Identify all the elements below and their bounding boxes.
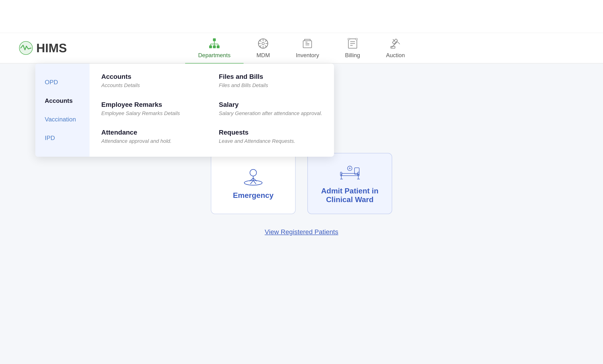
inventory-icon bbox=[301, 37, 313, 50]
admit-patient-card[interactable]: Admit Patient in Clinical Ward bbox=[307, 153, 392, 214]
dropdown-item-requests-desc: Leave and Attendance Requests. bbox=[219, 138, 322, 145]
main-content: OPD Accounts Vaccination IPD Accounts Ac… bbox=[0, 64, 603, 364]
dropdown-item-accounts-desc: Accounts Details bbox=[101, 82, 205, 89]
nav-label-inventory: Inventory bbox=[296, 52, 319, 59]
svg-line-17 bbox=[265, 45, 267, 47]
dropdown-item-accounts[interactable]: Accounts Accounts Details bbox=[101, 73, 205, 91]
svg-line-34 bbox=[397, 42, 400, 44]
emergency-icon bbox=[242, 167, 265, 186]
logo-area[interactable]: HIMS bbox=[19, 41, 67, 55]
svg-rect-2 bbox=[209, 45, 212, 48]
dropdown-item-salary[interactable]: Salary Salary Generation after attendanc… bbox=[219, 101, 322, 120]
logo-icon bbox=[19, 41, 33, 55]
nav-item-billing[interactable]: Billing bbox=[332, 33, 373, 63]
nav-item-inventory[interactable]: Inventory bbox=[283, 33, 332, 63]
dropdown-sidebar: OPD Accounts Vaccination IPD bbox=[35, 64, 90, 157]
view-link-container: View Registered Patients bbox=[19, 228, 584, 236]
svg-point-35 bbox=[244, 180, 262, 185]
dropdown-item-employee-remarks[interactable]: Employee Remarks Employee Salary Remarks… bbox=[101, 101, 205, 120]
svg-point-11 bbox=[262, 42, 264, 45]
dropdown-item-accounts-title: Accounts bbox=[101, 73, 205, 80]
dropdown-item-files-bills[interactable]: Files and Bills Files and Bills Details bbox=[219, 73, 322, 91]
cards-section: Emergency bbox=[19, 153, 584, 214]
admit-patient-card-label: Admit Patient in Clinical Ward bbox=[308, 187, 392, 204]
sidebar-item-vaccination[interactable]: Vaccination bbox=[35, 110, 90, 129]
auction-icon bbox=[389, 37, 402, 50]
dropdown-item-employee-remarks-desc: Employee Salary Remarks Details bbox=[101, 110, 205, 117]
logo-text: HIMS bbox=[36, 41, 67, 55]
svg-rect-20 bbox=[303, 41, 312, 48]
mdm-icon bbox=[257, 37, 269, 50]
dropdown-item-requests[interactable]: Requests Leave and Attendance Requests. bbox=[219, 129, 322, 147]
svg-rect-29 bbox=[355, 38, 357, 40]
emergency-card[interactable]: Emergency bbox=[211, 153, 296, 214]
dropdown-menu: OPD Accounts Vaccination IPD Accounts Ac… bbox=[35, 64, 334, 157]
admit-patient-icon bbox=[338, 163, 361, 182]
navbar: HIMS Departments bbox=[0, 33, 603, 64]
svg-line-19 bbox=[260, 45, 261, 47]
emergency-card-label: Emergency bbox=[233, 191, 274, 200]
dropdown-item-files-bills-title: Files and Bills bbox=[219, 73, 322, 80]
svg-rect-1 bbox=[213, 38, 216, 41]
departments-icon bbox=[208, 37, 220, 50]
nav-label-auction: Auction bbox=[386, 52, 405, 59]
svg-line-16 bbox=[260, 40, 261, 42]
svg-rect-28 bbox=[348, 38, 350, 40]
dropdown-item-attendance[interactable]: Attendance Attendance approval and hold. bbox=[101, 129, 205, 147]
dropdown-item-salary-desc: Salary Generation after attendance appro… bbox=[219, 110, 322, 117]
dropdown-item-salary-title: Salary bbox=[219, 101, 322, 109]
sidebar-item-opd[interactable]: OPD bbox=[35, 73, 90, 91]
dropdown-item-files-bills-desc: Files and Bills Details bbox=[219, 82, 322, 89]
view-registered-patients-link[interactable]: View Registered Patients bbox=[265, 228, 338, 236]
svg-rect-4 bbox=[217, 45, 220, 48]
dropdown-item-requests-title: Requests bbox=[219, 129, 322, 136]
dropdown-item-attendance-title: Attendance bbox=[101, 129, 205, 136]
svg-line-18 bbox=[265, 40, 267, 42]
dropdown-main: Accounts Accounts Details Files and Bill… bbox=[90, 64, 334, 157]
nav-label-departments: Departments bbox=[198, 52, 230, 59]
nav-item-auction[interactable]: Auction bbox=[373, 33, 418, 63]
svg-line-40 bbox=[250, 180, 253, 184]
nav-label-billing: Billing bbox=[345, 52, 360, 59]
sidebar-item-accounts[interactable]: Accounts bbox=[35, 91, 90, 110]
nav-item-departments[interactable]: Departments bbox=[185, 33, 243, 63]
svg-rect-3 bbox=[213, 45, 216, 48]
dropdown-item-employee-remarks-title: Employee Remarks bbox=[101, 101, 205, 109]
top-bar bbox=[0, 0, 603, 33]
billing-icon bbox=[347, 37, 359, 50]
nav-label-mdm: MDM bbox=[256, 52, 270, 59]
nav-items: Departments MDM bbox=[185, 33, 418, 63]
sidebar-item-ipd[interactable]: IPD bbox=[35, 129, 90, 147]
nav-item-mdm[interactable]: MDM bbox=[244, 33, 283, 63]
dropdown-item-attendance-desc: Attendance approval and hold. bbox=[101, 138, 205, 145]
svg-point-36 bbox=[250, 169, 256, 176]
svg-line-41 bbox=[253, 180, 256, 184]
